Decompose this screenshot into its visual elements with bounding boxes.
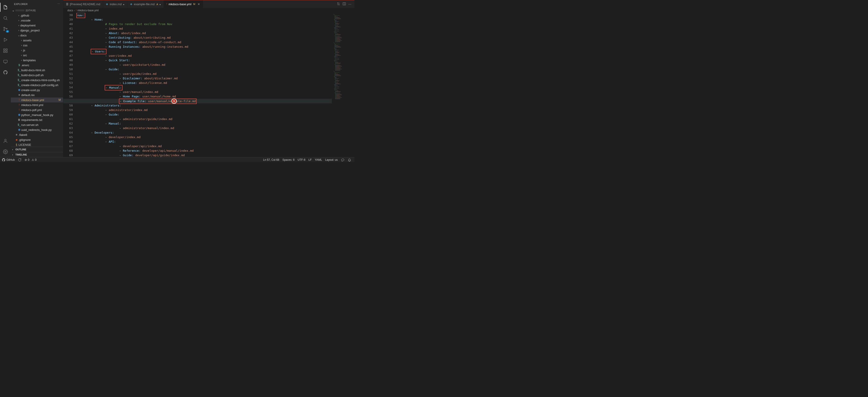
tree-folder[interactable]: ›js bbox=[11, 48, 63, 53]
extensions-icon[interactable] bbox=[0, 45, 11, 56]
search-icon[interactable] bbox=[0, 13, 11, 24]
tree-folder[interactable]: ⌄docs bbox=[11, 33, 63, 38]
code-line[interactable]: - Running Instances: about/running-insta… bbox=[77, 44, 330, 49]
source-control-icon[interactable]: 2 bbox=[0, 24, 11, 34]
code-line[interactable]: - Guide: bbox=[77, 112, 330, 117]
github-icon[interactable] bbox=[0, 67, 11, 78]
tree-file[interactable]: $_run-server.sh bbox=[11, 122, 63, 127]
code-line[interactable]: - administrator/guide/index.md bbox=[77, 117, 330, 121]
code-line[interactable]: - Code of Conduct: about/code-of-conduct… bbox=[77, 40, 330, 44]
tree-file[interactable]: !mkdocs-html.yml bbox=[11, 102, 63, 108]
split-editor-icon[interactable] bbox=[342, 2, 346, 6]
code-line[interactable]: - Example file: user/manual/example-file… bbox=[63, 99, 354, 103]
code-line[interactable]: - Disclaimer: about/disclaimer.md bbox=[77, 76, 330, 81]
code-line[interactable]: # Pages to render but exclude from Nav bbox=[77, 22, 330, 26]
code-line[interactable]: - About: about/index.md bbox=[77, 31, 330, 35]
tree-folder[interactable]: ›assets bbox=[11, 38, 63, 43]
annotation-balloon: 1 bbox=[171, 98, 177, 104]
code-line[interactable]: - Home: bbox=[77, 18, 330, 22]
compare-icon[interactable] bbox=[337, 2, 340, 6]
code-line[interactable]: nav: bbox=[77, 13, 330, 18]
minimap[interactable]: ▪▪ ▪▪▪ ▪▪▪▪▪▪▪▪▪▪▪▪▪▪▪▪▪▪▪ ▪▪▪▪▪ ▪▪▪▪▪▪▪… bbox=[332, 13, 354, 157]
code-line[interactable]: - Manual: bbox=[77, 121, 330, 126]
tree-file[interactable]: $_create-mkdocs-pdf-config.sh bbox=[11, 83, 63, 88]
tab[interactable]: ❖example-file.mdA bbox=[127, 0, 164, 8]
code-line[interactable]: - License: about/license.md bbox=[77, 81, 330, 85]
tree-file[interactable]: $_build-docs-pdf.sh bbox=[11, 72, 63, 78]
timeline-header[interactable]: › TIMELINE bbox=[11, 152, 63, 157]
tab[interactable]: ❖index.md bbox=[103, 0, 127, 8]
code-line[interactable]: - Guide: developer/api/guide/index.md bbox=[77, 153, 330, 157]
tree-folder[interactable]: ›django_project bbox=[11, 28, 63, 33]
tree-file[interactable]: ◆.gitignore bbox=[11, 137, 63, 142]
sidebar-repo-header[interactable]: ⌄ [GITHUB] bbox=[11, 8, 63, 13]
code-line[interactable]: - user/quickstart/index.md bbox=[77, 63, 330, 67]
status-encoding[interactable]: UTF-8 bbox=[298, 158, 305, 161]
status-sync[interactable] bbox=[18, 158, 22, 162]
tree-folder[interactable]: ›templates bbox=[11, 58, 63, 63]
status-problems[interactable]: ⊘0 ⚠0 bbox=[25, 158, 36, 161]
tree-file[interactable]: ⬢python_manual_hook.py bbox=[11, 112, 63, 117]
more-icon[interactable]: ⋯ bbox=[348, 2, 351, 6]
breadcrumb-folder[interactable]: docs bbox=[67, 9, 73, 12]
tree-file[interactable]: §LICENSE bbox=[11, 142, 63, 147]
tree-file[interactable]: $_build-docs-html.sh bbox=[11, 68, 63, 72]
tab[interactable]: !mkdocs-base.ymlM✕ bbox=[164, 0, 203, 8]
breadcrumb[interactable]: docs › ! mkdocs-base.yml bbox=[63, 8, 354, 13]
code-line[interactable]: - administrator/index.md bbox=[77, 108, 330, 112]
editor[interactable]: 3839404142434445464748495051525354555657… bbox=[63, 13, 354, 157]
tree-file[interactable]: $.envrc bbox=[11, 63, 63, 68]
close-icon[interactable]: ✕ bbox=[197, 2, 200, 6]
status-layout[interactable]: Layout: us bbox=[325, 158, 338, 161]
tab[interactable]: ☰[Preview] README.md bbox=[63, 0, 103, 8]
tree-file[interactable]: ≡.flake8 bbox=[11, 132, 63, 137]
status-bell-icon[interactable] bbox=[348, 158, 351, 162]
status-feedback-icon[interactable] bbox=[341, 158, 344, 162]
tab-label: index.md bbox=[110, 2, 122, 6]
tree-file[interactable]: !mkdocs-base.ymlM bbox=[11, 97, 63, 102]
status-eol[interactable]: LF bbox=[309, 158, 312, 161]
tree-folder[interactable]: ›.github bbox=[11, 13, 63, 18]
tree-file[interactable]: ⬢create-uuid.py bbox=[11, 88, 63, 92]
explorer-icon[interactable] bbox=[0, 2, 11, 13]
code-line[interactable]: - Developers: bbox=[77, 130, 330, 135]
code-line[interactable]: - Quick Start: bbox=[77, 58, 330, 63]
code-line[interactable]: - Users: bbox=[77, 49, 330, 54]
accounts-icon[interactable] bbox=[0, 135, 11, 146]
tree-file[interactable]: ≡default.nix bbox=[11, 92, 63, 97]
tree-file[interactable]: !mkdocs-pdf.yml bbox=[11, 108, 63, 112]
code-line[interactable]: - developer/index.md bbox=[77, 135, 330, 140]
breadcrumb-file[interactable]: ! mkdocs-base.yml bbox=[76, 9, 98, 12]
status-spaces[interactable]: Spaces: 8 bbox=[282, 158, 294, 161]
run-debug-icon[interactable] bbox=[0, 34, 11, 45]
tree-folder[interactable]: ›.vscode bbox=[11, 18, 63, 23]
code-line[interactable]: - Home Page: user/manual/home.md bbox=[77, 94, 330, 99]
code-line[interactable]: - user/guide/index.md bbox=[77, 72, 330, 76]
tree-file[interactable]: ⬢uuid_redirects_hook.py bbox=[11, 127, 63, 132]
code-line[interactable]: - developer/api/index.md bbox=[77, 144, 330, 149]
sidebar-more-icon[interactable]: ⋯ bbox=[57, 2, 60, 5]
settings-icon[interactable] bbox=[0, 146, 11, 157]
code-line[interactable]: - Contributing: about/contributing.md bbox=[77, 35, 330, 40]
tree-file[interactable]: $_create-mkdocs-html-config.sh bbox=[11, 78, 63, 83]
code-line[interactable]: - Guide: bbox=[77, 67, 330, 72]
tree-folder[interactable]: ›src bbox=[11, 53, 63, 58]
code-line[interactable]: - user/index.md bbox=[77, 54, 330, 58]
code-line[interactable]: - user/manual/index.md bbox=[77, 90, 330, 94]
status-cursor[interactable]: Ln 57, Col 68 bbox=[263, 158, 279, 161]
code-line[interactable]: - administrator/manual/index.md bbox=[77, 126, 330, 130]
remote-icon[interactable] bbox=[0, 56, 11, 67]
code-content[interactable]: nav: - Home: # Pages to render but exclu… bbox=[77, 13, 330, 157]
tree-folder[interactable]: ›deployment bbox=[11, 23, 63, 28]
status-github[interactable]: GitHub bbox=[2, 158, 15, 162]
outline-header[interactable]: › OUTLINE bbox=[11, 147, 63, 152]
code-line[interactable]: - Manual: bbox=[77, 85, 330, 90]
tree-folder[interactable]: ›css bbox=[11, 43, 63, 48]
code-line[interactable]: - index.md bbox=[77, 26, 330, 31]
code-line[interactable]: - API: bbox=[77, 140, 330, 144]
code-line[interactable]: - Administrators: bbox=[77, 103, 330, 108]
status-language[interactable]: YAML bbox=[315, 158, 322, 161]
code-line[interactable]: - Reference: developer/api/manual/index.… bbox=[77, 149, 330, 153]
tree-file[interactable]: 🗎requirements.txt bbox=[11, 117, 63, 122]
tree-label: LICENSE bbox=[19, 143, 31, 147]
